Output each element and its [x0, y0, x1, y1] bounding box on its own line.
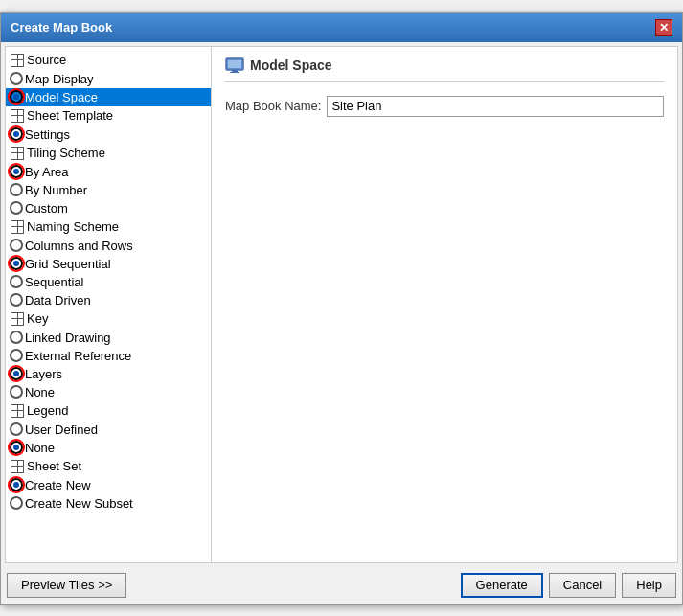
tree-item-custom[interactable]: Custom — [6, 199, 211, 217]
tree-label: None — [25, 385, 55, 399]
tree-item-sheet-set[interactable]: Sheet Set — [6, 457, 211, 476]
map-book-name-input[interactable] — [327, 96, 664, 117]
tree-label: Data Driven — [25, 293, 91, 308]
svg-rect-2 — [232, 70, 238, 72]
tree-item-sheet-template[interactable]: Sheet Template — [6, 106, 211, 125]
radio-create-new-subset[interactable] — [10, 496, 23, 510]
tree-label: By Number — [25, 183, 87, 197]
radio-settings[interactable] — [10, 127, 23, 141]
tree-label: Sheet Template — [27, 108, 113, 123]
tree-item-map-display[interactable]: Map Display — [6, 70, 211, 88]
radio-custom[interactable] — [10, 201, 23, 215]
tree-item-layers[interactable]: Layers — [6, 365, 211, 383]
title-bar: Create Map Book ✕ — [1, 13, 682, 42]
tree-label: Sheet Set — [27, 459, 81, 473]
tree-item-legend[interactable]: Legend — [6, 401, 211, 421]
radio-by-area[interactable] — [10, 165, 23, 178]
tree-label: User Defined — [25, 422, 98, 437]
radio-none-key[interactable] — [10, 385, 23, 399]
tree-item-user-defined[interactable]: User Defined — [6, 421, 211, 439]
radio-none-legend[interactable] — [10, 441, 23, 454]
grid-icon-2 — [10, 108, 25, 124]
tree-item-grid-sequential[interactable]: Grid Sequential — [6, 255, 211, 273]
tree-item-data-driven[interactable]: Data Driven — [6, 291, 211, 309]
tree-label: Settings — [25, 127, 70, 142]
tree-item-by-number[interactable]: By Number — [6, 181, 211, 199]
preview-tiles-button[interactable]: Preview Tiles >> — [7, 573, 126, 598]
tree-item-source[interactable]: Source — [6, 51, 211, 70]
grid-icon-3 — [10, 146, 25, 161]
tree-label: Source — [27, 53, 66, 67]
grid-icon-7 — [10, 459, 25, 474]
close-button[interactable]: ✕ — [655, 19, 672, 36]
bottom-bar: Preview Tiles >> Generate Cancel Help — [1, 567, 682, 604]
radio-linked-drawing[interactable] — [10, 331, 23, 344]
right-panel-title: Model Space — [250, 57, 332, 73]
tree-label: Create New Subset — [25, 496, 133, 511]
tree-label: Layers — [25, 367, 62, 381]
grid-icon-5 — [10, 311, 25, 327]
grid-icon-4 — [10, 219, 25, 235]
dialog-body: Source Map Display Model Space Sheet Tem… — [5, 46, 678, 563]
tree-item-none-key[interactable]: None — [6, 383, 211, 401]
generate-button[interactable]: Generate — [461, 573, 543, 598]
tree-label: Grid Sequential — [25, 257, 111, 271]
tree-label: Key — [27, 311, 48, 326]
svg-rect-1 — [228, 60, 241, 68]
tree-item-model-space[interactable]: Model Space — [6, 88, 211, 106]
tree-label: Model Space — [25, 90, 98, 104]
radio-layers[interactable] — [10, 367, 23, 380]
help-button[interactable]: Help — [622, 573, 676, 598]
tree-item-create-new-subset[interactable]: Create New Subset — [6, 494, 211, 513]
tree-item-create-new[interactable]: Create New — [6, 476, 211, 494]
tree-label: Legend — [27, 403, 68, 418]
tree-label: Naming Scheme — [27, 219, 119, 234]
tree-label: Tiling Scheme — [27, 146, 105, 160]
tree-item-columns-rows[interactable]: Columns and Rows — [6, 237, 211, 255]
tree-item-settings[interactable]: Settings — [6, 125, 211, 144]
tree-label: Custom — [25, 201, 68, 216]
radio-sequential[interactable] — [10, 275, 23, 288]
radio-create-new[interactable] — [10, 478, 23, 491]
tree-label: Linked Drawing — [25, 331, 111, 345]
tree-item-by-area[interactable]: By Area — [6, 163, 211, 181]
grid-icon-6 — [10, 403, 25, 419]
radio-model-space[interactable] — [10, 90, 23, 103]
tree-label: None — [25, 441, 55, 455]
tree-label: By Area — [25, 165, 69, 179]
cancel-button[interactable]: Cancel — [549, 573, 616, 598]
right-panel: Model Space Map Book Name: — [212, 47, 677, 562]
radio-by-number[interactable] — [10, 183, 23, 196]
monitor-icon — [225, 57, 244, 74]
tree-label: External Reference — [25, 349, 131, 363]
right-panel-header: Model Space — [225, 57, 664, 82]
radio-columns-rows[interactable] — [10, 239, 23, 252]
grid-icon — [10, 53, 25, 68]
svg-rect-3 — [230, 72, 239, 73]
tree-panel: Source Map Display Model Space Sheet Tem… — [6, 47, 212, 562]
dialog-title: Create Map Book — [11, 20, 112, 34]
radio-map-display[interactable] — [10, 72, 23, 85]
tree-item-linked-drawing[interactable]: Linked Drawing — [6, 329, 211, 347]
tree-label: Create New — [25, 478, 91, 492]
form-row-name: Map Book Name: — [225, 96, 664, 117]
radio-grid-sequential[interactable] — [10, 257, 23, 270]
tree-label: Sequential — [25, 275, 83, 289]
tree-item-key[interactable]: Key — [6, 309, 211, 329]
tree-item-naming-scheme[interactable]: Naming Scheme — [6, 217, 211, 237]
map-book-name-label: Map Book Name: — [225, 99, 321, 113]
tree-item-tiling-scheme[interactable]: Tiling Scheme — [6, 144, 211, 163]
radio-data-driven[interactable] — [10, 293, 23, 307]
radio-user-defined[interactable] — [10, 422, 23, 436]
tree-item-sequential[interactable]: Sequential — [6, 273, 211, 291]
tree-item-none-legend[interactable]: None — [6, 439, 211, 457]
radio-external-reference[interactable] — [10, 349, 23, 362]
tree-label: Map Display — [25, 72, 94, 86]
tree-item-external-reference[interactable]: External Reference — [6, 347, 211, 365]
tree-label: Columns and Rows — [25, 239, 133, 253]
create-map-book-dialog: Create Map Book ✕ Source Map Display Mod… — [0, 12, 683, 605]
